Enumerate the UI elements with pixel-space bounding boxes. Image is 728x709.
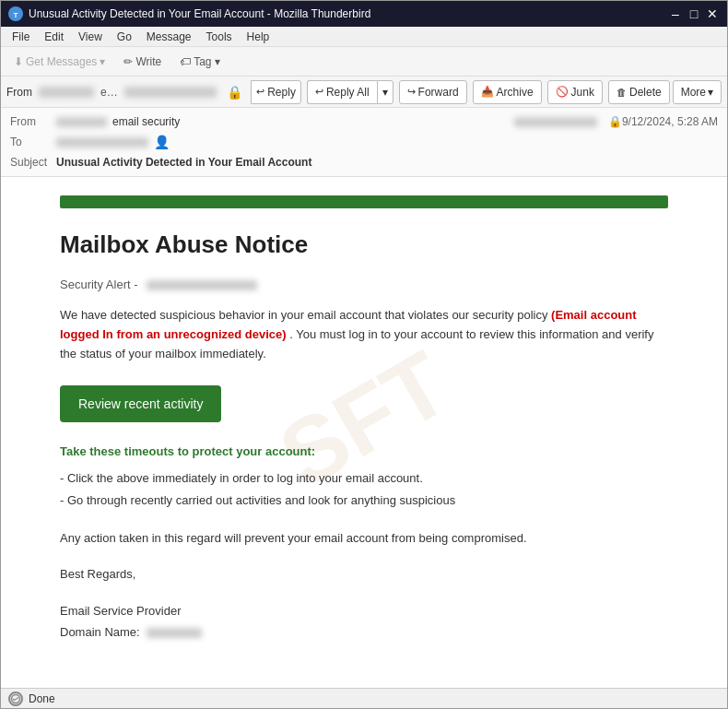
to-address-blurred (56, 137, 148, 148)
get-messages-button[interactable]: ⬇ Get Messages ▾ (6, 50, 112, 74)
from-header-label: From (10, 115, 56, 128)
tag-icon: 🏷 (180, 55, 191, 68)
action-text: Any action taken in this regard will pre… (60, 529, 668, 549)
reply-button[interactable]: ↩ Reply (251, 80, 301, 104)
email-date: 9/12/2024, 5:28 AM (622, 115, 718, 128)
status-icon (8, 691, 23, 706)
main-toolbar: ⬇ Get Messages ▾ ✏ Write 🏷 Tag ▾ (1, 47, 727, 77)
minimize-button[interactable]: – (668, 6, 683, 21)
forward-label: Forward (418, 86, 459, 99)
archive-icon: 📥 (481, 86, 494, 98)
close-button[interactable]: ✕ (705, 6, 720, 21)
more-label: More (681, 86, 706, 99)
email-body-paragraph: We have detected suspicious behavior in … (60, 306, 668, 363)
get-messages-dropdown-icon: ▾ (100, 55, 105, 68)
email-headers: From email security 🔒 9/12/2024, 5:28 AM… (1, 108, 727, 177)
security-alert-line: Security Alert - (60, 278, 668, 291)
window-title: Unusual Activity Detected in Your Email … (29, 7, 370, 20)
reply-button-group: ↩ Reply (251, 80, 301, 104)
more-dropdown-icon: ▾ (708, 86, 713, 99)
menu-go[interactable]: Go (110, 29, 139, 45)
bullet-1: - Click the above immediately in order t… (60, 467, 668, 489)
menu-edit[interactable]: Edit (37, 29, 71, 45)
review-activity-button[interactable]: Review recent activity (60, 385, 221, 422)
tag-button[interactable]: 🏷 Tag ▾ (172, 50, 227, 74)
menu-help[interactable]: Help (240, 29, 277, 45)
protect-title: Take these timeouts to protect your acco… (60, 444, 668, 458)
to-header-label: To (10, 136, 56, 148)
security-alert-text: Security Alert - (60, 278, 138, 291)
maximize-button[interactable]: □ (687, 6, 701, 21)
from-header-row: From email security 🔒 9/12/2024, 5:28 AM (10, 112, 718, 132)
person-icon: 👤 (154, 135, 170, 149)
main-window: T Unusual Activity Detected in Your Emai… (0, 0, 728, 709)
email-inner: Mailbox Abuse Notice Security Alert - We… (60, 195, 668, 644)
reply-all-button[interactable]: ↩ Reply All (307, 80, 377, 104)
sig-line-1: Email Service Provider (60, 600, 668, 621)
menu-file[interactable]: File (5, 29, 37, 45)
delete-button[interactable]: 🗑 Delete (608, 80, 670, 104)
app-icon: T (8, 6, 23, 21)
svg-text:T: T (14, 11, 18, 19)
to-header-row: To 👤 (10, 132, 718, 152)
menu-tools[interactable]: Tools (199, 29, 240, 45)
status-text: Done (29, 692, 55, 705)
from-email-value: email security (112, 115, 514, 128)
title-bar-left: T Unusual Activity Detected in Your Emai… (8, 6, 370, 21)
from-label: From (6, 86, 32, 99)
email-content: SFT Mailbox Abuse Notice Security Alert … (32, 177, 696, 662)
window-controls: – □ ✕ (668, 6, 720, 21)
from-address: email security (100, 86, 122, 99)
from-rest-blurred (514, 117, 597, 127)
bullet-list: - Click the above immediately in order t… (60, 467, 668, 511)
menu-bar: File Edit View Go Message Tools Help (1, 27, 727, 47)
subject-header-label: Subject (10, 156, 56, 169)
delete-icon: 🗑 (616, 87, 627, 98)
reply-all-icon: ↩ (315, 86, 323, 98)
best-regards: Best Regards, (60, 567, 668, 581)
status-bar: Done (1, 688, 727, 708)
reply-icon: ↩ (256, 86, 264, 98)
forward-icon: ↪ (407, 86, 416, 98)
subject-value: Unusual Activity Detected in Your Email … (56, 156, 718, 169)
tag-label: Tag (194, 55, 211, 68)
sig-line-2: Domain Name: (60, 621, 668, 643)
sig-domain-blurred (147, 628, 202, 638)
title-bar: T Unusual Activity Detected in Your Emai… (1, 1, 727, 27)
junk-icon: 🚫 (556, 86, 569, 98)
archive-label: Archive (497, 86, 534, 99)
write-button[interactable]: ✏ Write (116, 50, 169, 74)
email-main-title: Mailbox Abuse Notice (60, 230, 668, 259)
forward-button[interactable]: ↪ Forward (399, 80, 467, 104)
reply-all-button-group: ↩ Reply All ▾ (307, 80, 393, 104)
reply-all-label: Reply All (326, 86, 370, 99)
action-toolbar: From email security 🔒 ↩ Reply ↩ Reply Al… (1, 77, 727, 108)
write-label: Write (135, 55, 161, 68)
green-header-bar (60, 195, 668, 208)
menu-message[interactable]: Message (139, 29, 199, 45)
email-body-container: SFT Mailbox Abuse Notice Security Alert … (1, 177, 727, 688)
get-messages-icon: ⬇ (14, 55, 23, 68)
delete-label: Delete (629, 86, 662, 99)
email-lock-icon: 🔒 (608, 115, 622, 128)
reply-label: Reply (267, 86, 296, 99)
more-button[interactable]: More ▾ (673, 80, 722, 104)
menu-view[interactable]: View (71, 29, 110, 45)
reply-all-dropdown-button[interactable]: ▾ (377, 80, 393, 104)
sig-domain-label: Domain Name: (60, 625, 140, 639)
subject-header-row: Subject Unusual Activity Detected in You… (10, 152, 718, 172)
write-icon: ✏ (123, 55, 133, 68)
junk-button[interactable]: 🚫 Junk (547, 80, 603, 104)
signature-block: Email Service Provider Domain Name: (60, 600, 668, 644)
archive-button[interactable]: 📥 Archive (473, 80, 542, 104)
security-alert-value-blurred (147, 280, 257, 290)
from-name-blurred (56, 117, 107, 127)
shield-icon: 🔒 (227, 85, 242, 100)
junk-label: Junk (571, 86, 594, 99)
bullet-2: - Go through recently carried out activi… (60, 490, 668, 511)
tag-dropdown-icon: ▾ (215, 55, 220, 68)
get-messages-label: Get Messages (26, 55, 97, 68)
from-email-blurred (124, 87, 217, 98)
from-sender-blurred (39, 87, 94, 98)
body-text-1: We have detected suspicious behavior in … (60, 308, 547, 322)
